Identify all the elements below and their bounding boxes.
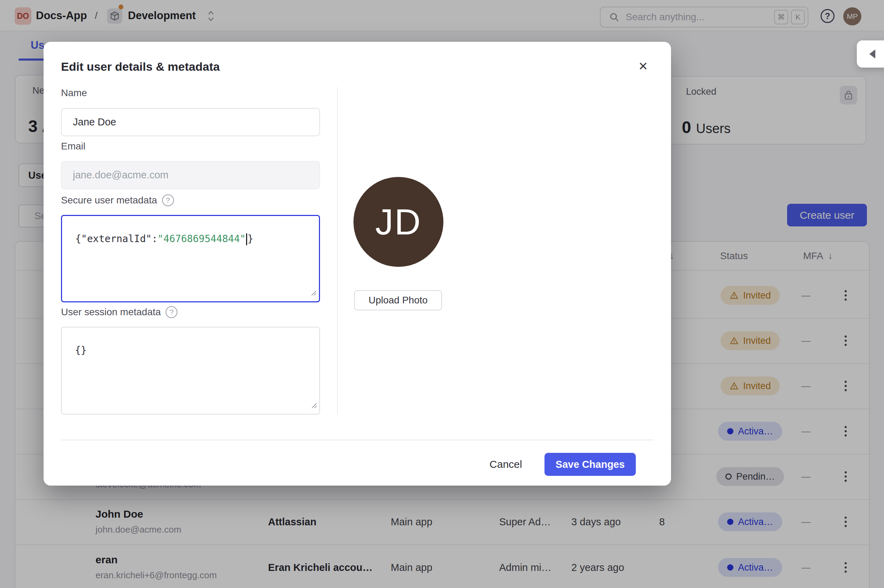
modal-title: Edit user details & metadata (61, 60, 219, 74)
name-label: Name (61, 87, 87, 99)
resize-handle-icon[interactable] (309, 286, 317, 299)
secure-metadata-textarea[interactable]: {"externalId":"4676869544844"} (61, 215, 320, 302)
json-text: {} (75, 345, 87, 356)
text-cursor (246, 233, 247, 245)
session-metadata-textarea[interactable]: {} (61, 327, 320, 414)
tooltip-question-icon[interactable]: ? (162, 194, 174, 206)
close-icon[interactable]: ✕ (633, 56, 653, 76)
json-value: "4676869544844" (158, 233, 246, 244)
save-changes-button[interactable]: Save Changes (544, 453, 636, 476)
json-text: {"externalId": (75, 233, 158, 244)
edit-user-modal: Edit user details & metadata ✕ Name Emai… (44, 42, 671, 486)
cancel-button[interactable]: Cancel (481, 453, 530, 476)
json-text: } (248, 233, 253, 244)
email-label: Email (61, 141, 86, 152)
session-metadata-label: User session metadata ? (61, 306, 177, 318)
modal-section-divider (337, 87, 338, 414)
name-field[interactable] (61, 108, 320, 136)
user-avatar-large: JD (353, 177, 444, 267)
resize-handle-icon[interactable] (309, 399, 317, 411)
drawer-collapse-button[interactable] (857, 40, 884, 68)
tooltip-question-icon[interactable]: ? (165, 306, 177, 318)
upload-photo-button[interactable]: Upload Photo (354, 290, 442, 310)
email-field (61, 161, 320, 189)
screen: DO Docs-App / Development ⌘ K ? (0, 0, 884, 588)
arrow-left-icon (869, 50, 875, 58)
modal-footer-divider (61, 440, 654, 440)
secure-metadata-label: Secure user metadata ? (61, 194, 174, 206)
